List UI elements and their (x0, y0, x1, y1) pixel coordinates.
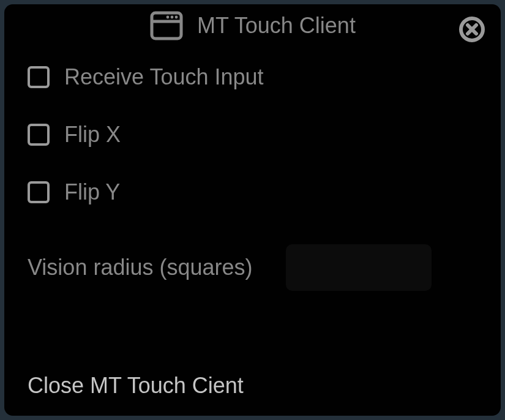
svg-point-3 (171, 16, 174, 19)
option-flip-x: Flip X (28, 122, 477, 148)
title-wrap: MT Touch Client (149, 10, 356, 41)
content-area: Receive Touch Input Flip X Flip Y Vision… (4, 47, 501, 291)
close-button[interactable] (458, 15, 486, 43)
checkbox-flip-x[interactable] (28, 124, 50, 146)
svg-point-4 (175, 16, 178, 19)
label-flip-y: Flip Y (64, 179, 120, 205)
close-client-link[interactable]: Close MT Touch Cient (28, 373, 244, 399)
window-title: MT Touch Client (197, 13, 356, 39)
label-flip-x: Flip X (64, 122, 121, 148)
checkbox-receive-touch-input[interactable] (28, 66, 50, 88)
option-flip-y: Flip Y (28, 179, 477, 205)
checkbox-flip-y[interactable] (28, 181, 50, 203)
titlebar: MT Touch Client (4, 4, 501, 47)
option-receive-touch-input: Receive Touch Input (28, 64, 477, 90)
vision-radius-row: Vision radius (squares) (28, 244, 477, 291)
label-receive-touch-input: Receive Touch Input (64, 64, 264, 90)
close-icon (458, 15, 486, 43)
input-vision-radius[interactable] (286, 244, 432, 291)
window-icon (149, 10, 184, 41)
label-vision-radius: Vision radius (squares) (28, 255, 253, 280)
window-container: MT Touch Client Receive Touch Input Flip… (4, 4, 501, 416)
svg-point-2 (166, 16, 170, 19)
